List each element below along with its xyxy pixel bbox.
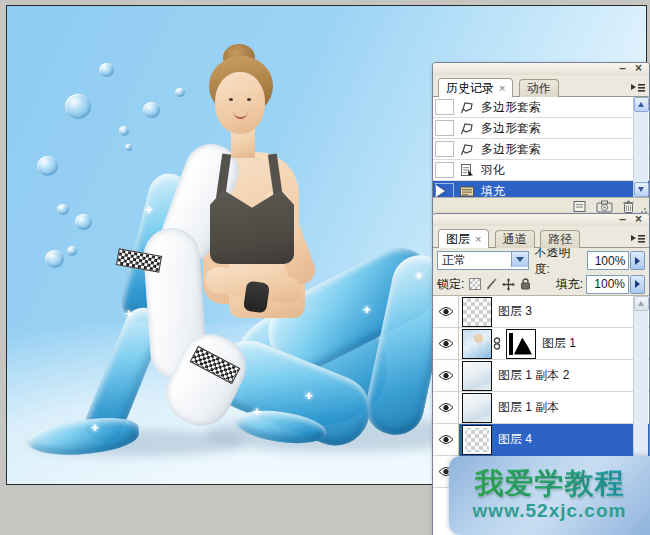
polygonal-lasso-icon [457, 142, 477, 157]
feather-dialog-icon [457, 163, 477, 178]
minimize-button[interactable]: – [616, 62, 629, 75]
history-state-pointer-icon[interactable] [436, 185, 445, 197]
tab-close-icon[interactable]: × [475, 233, 481, 245]
layer-visibility-eye-icon[interactable] [433, 392, 459, 424]
panel-menu-icon[interactable] [629, 231, 646, 245]
fill-value: 100% [594, 277, 625, 291]
sparkle-icon: + [125, 306, 133, 321]
tab-close-icon[interactable]: × [499, 82, 505, 94]
blend-mode-row: 正常 不透明度: 100% [433, 248, 649, 273]
lock-all-padlock-icon[interactable] [519, 278, 532, 291]
history-source-checkbox[interactable] [435, 120, 454, 136]
opacity-slider-arrow-icon[interactable] [630, 251, 645, 270]
tab-history[interactable]: 历史记录× [438, 78, 513, 97]
watermark-title: 我爱学教程 [475, 469, 625, 498]
layer-name: 图层 4 [498, 431, 532, 448]
lock-transparency-icon[interactable] [468, 278, 481, 291]
lock-label: 锁定: [437, 276, 464, 293]
water-bubble [119, 126, 129, 136]
water-bubble [175, 88, 185, 97]
layers-panel-titlebar: – × [433, 214, 649, 226]
layer-thumbnail[interactable] [462, 297, 492, 327]
tab-actions[interactable]: 动作 [519, 79, 559, 97]
layer-visibility-eye-icon[interactable] [433, 328, 459, 360]
water-bubble [67, 246, 77, 256]
history-source-checkbox[interactable] [435, 141, 454, 157]
fill-label: 填充: [556, 276, 583, 293]
layer-thumbnail[interactable] [462, 361, 492, 391]
history-row[interactable]: 多边形套索 [433, 97, 649, 118]
sparkle-icon: + [305, 388, 313, 403]
history-scrollbar[interactable] [633, 97, 648, 197]
history-source-checkbox[interactable] [435, 162, 454, 178]
tab-channels[interactable]: 通道 [495, 230, 535, 248]
scroll-down-button[interactable] [634, 182, 649, 197]
photoshop-workspace: { "colors":{ "selection_blue":"#2e63c6",… [0, 0, 650, 535]
layer-name: 图层 3 [498, 303, 532, 320]
layer-visibility-eye-icon[interactable] [433, 424, 459, 456]
layer-row[interactable]: 图层 1 副本 2 [433, 360, 649, 392]
watermark-badge: 我爱学教程 www.52xjc.com [449, 456, 650, 535]
tab-channels-label: 通道 [503, 232, 527, 246]
layer-row[interactable]: 图层 3 [433, 296, 649, 328]
chevron-down-icon[interactable] [511, 252, 528, 267]
panel-menu-icon[interactable] [629, 80, 646, 94]
history-row-current[interactable]: 填充 [433, 181, 649, 198]
tab-actions-label: 动作 [527, 81, 551, 95]
history-source-checkbox[interactable] [435, 99, 454, 115]
history-step-label: 填充 [481, 183, 505, 199]
tab-layers[interactable]: 图层× [438, 229, 489, 248]
water-bubble [37, 156, 58, 176]
water-bubble [125, 144, 132, 151]
history-panel-titlebar: – × [433, 63, 649, 75]
layer-thumbnail[interactable] [462, 329, 492, 359]
layer-mask-thumbnail[interactable] [506, 329, 536, 359]
history-step-label: 多边形套索 [481, 99, 541, 116]
fill-input[interactable]: 100% [586, 275, 629, 294]
polygonal-lasso-icon [457, 100, 477, 115]
scroll-up-button[interactable] [634, 296, 649, 311]
opacity-input[interactable]: 100% [587, 251, 629, 270]
layer-thumbnail[interactable] [462, 425, 492, 455]
lock-paint-brush-icon[interactable] [485, 278, 498, 291]
lock-position-move-icon[interactable] [502, 278, 515, 291]
sparkle-icon: + [415, 268, 423, 283]
sparkle-icon: + [253, 404, 261, 419]
history-row[interactable]: 多边形套索 [433, 139, 649, 160]
new-document-from-state-icon[interactable] [572, 200, 587, 213]
history-list: 多边形套索 多边形套索 多边形套索 羽化 [433, 97, 649, 198]
tab-paths-label: 路径 [548, 232, 572, 246]
layer-row[interactable]: 图层 1 副本 [433, 392, 649, 424]
polygonal-lasso-icon [457, 121, 477, 136]
close-button[interactable]: × [632, 213, 645, 226]
history-row[interactable]: 羽化 [433, 160, 649, 181]
eye-left [229, 98, 233, 101]
layer-visibility-eye-icon[interactable] [433, 296, 459, 328]
fill-slider-arrow-icon[interactable] [630, 275, 645, 294]
tab-paths[interactable]: 路径 [540, 230, 580, 248]
blend-mode-select[interactable]: 正常 [437, 251, 529, 270]
wristband [243, 281, 270, 314]
water-bubble [65, 94, 91, 119]
layer-name: 图层 1 副本 2 [498, 367, 569, 384]
water-bubble [75, 214, 92, 230]
history-row[interactable]: 多边形套索 [433, 118, 649, 139]
fill-dialog-icon [457, 184, 477, 199]
layer-row[interactable]: 图层 1 [433, 328, 649, 360]
minimize-button[interactable]: – [616, 213, 629, 226]
water-bubble [57, 204, 69, 215]
sparkle-icon: + [145, 202, 153, 217]
layer-name: 图层 1 [542, 335, 576, 352]
layer-thumbnail[interactable] [462, 393, 492, 423]
history-step-label: 多边形套索 [481, 141, 541, 158]
layer-visibility-eye-icon[interactable] [433, 360, 459, 392]
water-bubble [45, 250, 64, 268]
layer-mask-link-icon[interactable] [493, 337, 501, 350]
blend-mode-value: 正常 [442, 252, 466, 269]
water-bubble [99, 63, 114, 77]
close-button[interactable]: × [632, 62, 645, 75]
new-snapshot-camera-icon[interactable] [596, 200, 613, 213]
scroll-up-button[interactable] [634, 97, 649, 112]
layer-row-selected[interactable]: 图层 4 [433, 424, 649, 456]
history-step-label: 羽化 [481, 162, 505, 179]
